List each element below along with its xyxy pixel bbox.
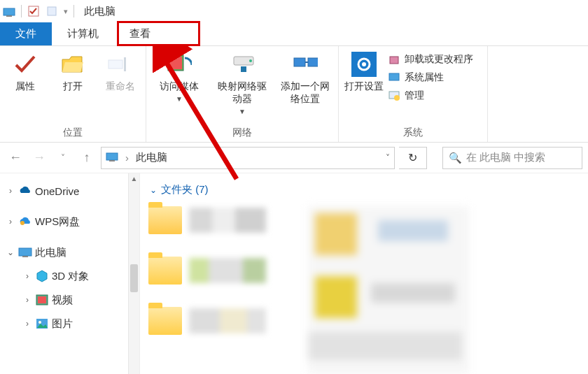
svg-point-16: [362, 62, 366, 66]
chevron-right-icon[interactable]: ›: [22, 295, 32, 305]
group-label-location: 位置: [0, 127, 146, 139]
group-label-network: 网络: [146, 127, 338, 139]
tree-item-3d-objects[interactable]: › 3D 对象: [3, 264, 139, 288]
nav-back-button[interactable]: ←: [6, 148, 25, 168]
map-drive-button[interactable]: 映射网络驱动器 ▼: [215, 49, 270, 115]
svg-rect-10: [241, 66, 246, 72]
pc-icon: [106, 150, 118, 165]
svg-rect-3: [48, 7, 56, 15]
chevron-down-icon: ▼: [176, 95, 183, 103]
nav-forward-button[interactable]: →: [29, 148, 49, 168]
address-bar[interactable]: › 此电脑 ˅: [101, 147, 395, 169]
path-chevron-icon[interactable]: ›: [122, 152, 132, 164]
blurred-label: [189, 208, 266, 233]
separator: [21, 5, 22, 17]
search-icon: 🔍: [449, 152, 462, 164]
chevron-right-icon[interactable]: ›: [22, 319, 32, 329]
folders-group-header[interactable]: ⌄ 文件夹 (7): [150, 183, 580, 196]
rename-button[interactable]: 重命名: [101, 49, 140, 92]
scroll-up-icon[interactable]: ▲: [130, 175, 138, 185]
svg-point-23: [20, 221, 24, 225]
folder-icon: [148, 307, 182, 335]
tree-item-thispc[interactable]: ⌄ 此电脑: [3, 240, 139, 264]
tab-file[interactable]: 文件: [0, 22, 52, 45]
tab-computer[interactable]: 计算机: [52, 22, 114, 45]
monitor-icon: [388, 71, 400, 84]
add-network-location-button[interactable]: 添加一个网络位置: [278, 49, 332, 115]
svg-rect-22: [109, 160, 115, 161]
cloud-icon: [18, 184, 32, 198]
chevron-right-icon[interactable]: ›: [22, 271, 32, 281]
chevron-down-icon[interactable]: ⌄: [6, 247, 15, 257]
tree-item-videos[interactable]: › 视频: [3, 288, 139, 312]
ribbon-group-location: 属性 打开 重命名 位置: [0, 46, 146, 142]
pictures-icon: [35, 317, 49, 331]
svg-point-20: [394, 95, 400, 101]
ribbon: 属性 打开 重命名 位置 访问媒体: [0, 46, 588, 143]
ribbon-group-system: 打开设置 卸载或更改程序 系统属性 管理 系统: [339, 46, 488, 142]
access-media-button[interactable]: 访问媒体 ▼: [152, 49, 206, 115]
chevron-right-icon[interactable]: ›: [6, 186, 15, 196]
properties-button[interactable]: 属性: [6, 49, 45, 92]
navigation-tree: › OneDrive › WPS网盘 ⌄ 此电脑 › 3D 对象 › 视频 ›: [0, 173, 140, 374]
qat-properties-icon[interactable]: [27, 5, 40, 17]
search-placeholder: 在 此电脑 中搜索: [466, 151, 545, 164]
svg-rect-12: [308, 58, 318, 66]
folder-item[interactable]: [148, 307, 266, 335]
search-input[interactable]: 🔍 在 此电脑 中搜索: [442, 147, 582, 169]
svg-point-29: [38, 321, 41, 324]
open-button[interactable]: 打开: [53, 49, 92, 92]
svg-rect-25: [22, 256, 28, 257]
svg-rect-5: [124, 57, 126, 71]
uninstall-programs-button[interactable]: 卸载或更改程序: [388, 53, 473, 66]
media-icon: [167, 52, 192, 77]
ribbon-group-network: 访问媒体 ▼ 映射网络驱动器 ▼ 添加一个网络位置 网络: [146, 46, 339, 142]
app-icon: [3, 5, 15, 17]
scroll-thumb[interactable]: [130, 264, 138, 292]
settings-gear-icon: [351, 52, 377, 77]
svg-rect-4: [108, 60, 122, 69]
system-properties-button[interactable]: 系统属性: [388, 71, 473, 84]
blurred-items: [308, 206, 469, 374]
tree-item-pictures[interactable]: › 图片: [3, 312, 139, 336]
blurred-label: [189, 258, 266, 283]
folder-open-icon: [60, 52, 85, 77]
open-settings-button[interactable]: 打开设置: [344, 49, 384, 92]
manage-button[interactable]: 管理: [388, 89, 473, 102]
nav-up-button[interactable]: ↑: [77, 148, 97, 168]
nav-recent-dropdown[interactable]: ˅: [53, 148, 73, 168]
blurred-label: [189, 308, 266, 333]
folder-icon: [148, 206, 182, 234]
group-label-system: 系统: [339, 127, 487, 139]
svg-rect-7: [169, 57, 182, 69]
folder-icon: [148, 257, 182, 285]
window-title: 此电脑: [84, 5, 115, 18]
path-segment[interactable]: 此电脑: [136, 151, 167, 164]
tree-item-onedrive[interactable]: › OneDrive: [3, 179, 139, 203]
tab-view[interactable]: 查看: [114, 22, 166, 45]
svg-point-9: [249, 59, 252, 62]
address-dropdown-icon[interactable]: ˅: [386, 153, 390, 163]
tree-scrollbar[interactable]: ▲: [128, 173, 139, 374]
tree-item-wps[interactable]: › WPS网盘: [3, 210, 139, 233]
manage-icon: [388, 89, 400, 102]
video-icon: [35, 293, 49, 307]
chevron-down-icon: ⌄: [150, 185, 157, 195]
navigation-toolbar: ← → ˅ ↑ › 此电脑 ˅ ↻ 🔍 在 此电脑 中搜索: [0, 143, 588, 173]
content-pane: ⌄ 文件夹 (7): [140, 173, 588, 374]
separator: [74, 5, 74, 17]
qat-dropdown-icon[interactable]: [46, 5, 58, 17]
chevron-right-icon[interactable]: ›: [6, 217, 15, 226]
network-location-icon: [293, 52, 318, 77]
ribbon-tabs: 文件 计算机 查看: [0, 22, 588, 46]
folder-item[interactable]: [148, 206, 266, 234]
svg-rect-11: [294, 58, 305, 66]
svg-rect-21: [106, 153, 118, 160]
pc-icon: [18, 245, 32, 259]
svg-rect-1: [6, 15, 12, 17]
svg-rect-17: [390, 57, 398, 64]
folder-item[interactable]: [148, 257, 266, 285]
cube-icon: [35, 269, 49, 283]
refresh-button[interactable]: ↻: [399, 147, 427, 169]
qat-chevron-icon[interactable]: ▾: [64, 7, 68, 16]
